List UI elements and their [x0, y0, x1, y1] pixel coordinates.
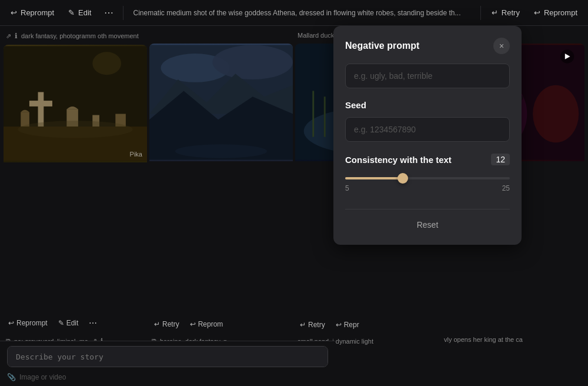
retry-icon-2: ↵	[154, 320, 160, 328]
graveyard-svg	[4, 45, 147, 162]
reprompt-button-top[interactable]: ↩ Reprompt	[5, 5, 60, 21]
modal-close-button[interactable]: ×	[493, 38, 510, 54]
dots-menu-top[interactable]: ⋯	[99, 4, 118, 22]
seed-header: Seed	[345, 100, 510, 110]
card1-meta: ⇗ ℹ dark fantasy, photogramm oth movemen…	[2, 28, 148, 44]
seed-section: Seed	[345, 100, 510, 142]
svg-point-12	[212, 45, 293, 79]
reprompt-icon-top: ↩	[11, 8, 17, 17]
modal-header: Negative prompt ×	[345, 38, 510, 54]
reprompt-button-3[interactable]: ↩ Repr	[331, 318, 364, 332]
negative-prompt-input[interactable]	[345, 64, 510, 88]
retry-button-top[interactable]: ↵ Retry	[486, 5, 526, 21]
negative-prompt-section	[345, 64, 510, 88]
seed-label: Seed	[345, 100, 366, 110]
svg-rect-18	[312, 91, 314, 137]
edit-icon-top: ✎	[68, 8, 75, 17]
svg-point-15	[175, 144, 267, 158]
reprompt2-icon-top: ↩	[534, 8, 540, 17]
attach-label: Image or video	[19, 373, 66, 381]
svg-rect-19	[324, 96, 326, 137]
prompt-preview-text: Cinematic medium shot of the wise goddes…	[128, 9, 475, 17]
consistency-value: 12	[491, 154, 510, 165]
consistency-section: Consistency with the text 12 5 25	[345, 154, 510, 197]
slider-fill	[345, 177, 403, 179]
reprompt-label-3: Repr	[344, 321, 359, 329]
card1-thumbnail: Pika	[4, 45, 147, 311]
attach-row: 📎 Image or video	[7, 373, 328, 381]
retry-button-2[interactable]: ↵ Retry	[149, 317, 184, 331]
dots-button-1[interactable]: ⋯	[84, 315, 102, 331]
reprompt-icon-2: ↩	[190, 320, 196, 328]
top-action-bar: ↩ Reprompt ✎ Edit ⋯ Cinematic medium sho…	[0, 0, 588, 26]
reprompt-button-2[interactable]: ↩ Reprom	[185, 317, 228, 331]
reset-label: Reset	[417, 220, 439, 229]
svg-point-9	[18, 121, 132, 138]
edit-label-top: Edit	[78, 8, 91, 17]
card1-actions: ↩ Reprompt ✎ Edit ⋯	[2, 312, 148, 334]
consistency-header: Consistency with the text 12	[345, 154, 510, 165]
seed-input[interactable]	[345, 117, 510, 142]
retry-label-3: Retry	[308, 321, 325, 329]
divider	[123, 6, 123, 20]
pika-watermark-1: Pika	[130, 151, 142, 158]
reprompt2-button-top[interactable]: ↩ Reprompt	[528, 5, 583, 21]
slider-max-label: 25	[502, 184, 510, 192]
graveyard-image: Pika	[4, 45, 147, 162]
edit-label-1: Edit	[66, 319, 79, 327]
card4-action-text: vly opens her king at the ca	[441, 333, 526, 346]
mountains-image	[149, 44, 293, 161]
retry-label-top: Retry	[502, 8, 520, 17]
retry-label-2: Retry	[162, 320, 179, 328]
reprompt-label-1: Reprompt	[16, 319, 48, 327]
card4-actions: vly opens her king at the ca	[440, 331, 586, 348]
edit-button-top[interactable]: ✎ Edit	[62, 5, 97, 21]
info-icon-1: ℹ	[15, 32, 18, 40]
reprompt-label-2: Reprom	[198, 320, 223, 328]
svg-rect-6	[21, 112, 29, 127]
retry-icon-3: ↵	[300, 321, 306, 329]
card3-actions: ↵ Retry ↩ Repr	[294, 315, 440, 334]
svg-point-30	[533, 85, 579, 143]
reprompt2-label-top: Reprompt	[544, 8, 577, 17]
modal-footer: Reset	[345, 209, 510, 233]
reprompt-icon-1: ↩	[8, 319, 14, 327]
mountains-svg	[149, 44, 293, 161]
svg-point-1	[92, 52, 121, 75]
slider-track	[345, 177, 510, 179]
retry-icon-top: ↵	[492, 8, 498, 17]
consistency-slider[interactable]: 5 25	[345, 172, 510, 197]
reprompt-icon-3: ↩	[336, 321, 342, 329]
attach-icon: 📎	[7, 373, 16, 381]
negative-prompt-modal: Negative prompt × Seed Consistency with …	[333, 26, 522, 245]
card1-meta-text: dark fantasy, photogramm oth movement	[21, 32, 139, 39]
edit-button-1[interactable]: ✎ Edit	[54, 316, 83, 330]
card2-thumbnail	[149, 44, 293, 314]
retry-button-3[interactable]: ↵ Retry	[295, 318, 330, 332]
slider-thumb[interactable]	[397, 173, 408, 184]
card-col-1: ⇗ ℹ dark fantasy, photogramm oth movemen…	[2, 28, 148, 348]
close-icon: ×	[499, 41, 504, 51]
slider-labels: 5 25	[345, 184, 510, 192]
divider2	[480, 6, 481, 20]
reprompt-label-top: Reprompt	[21, 8, 54, 17]
svg-rect-3	[38, 92, 44, 127]
card-col-2: spacer ↵	[148, 28, 294, 348]
bottom-input-bar: 📎 Image or video	[0, 341, 335, 386]
edit-icon-1: ✎	[58, 319, 64, 327]
reset-button[interactable]: Reset	[405, 217, 450, 233]
svg-rect-4	[29, 101, 52, 107]
card2-actions: ↵ Retry ↩ Reprom	[148, 315, 294, 334]
share-icon-1: ⇗	[6, 32, 11, 40]
story-input[interactable]	[7, 346, 328, 367]
modal-title: Negative prompt	[345, 41, 419, 51]
slider-min-label: 5	[345, 184, 349, 192]
reprompt-button-1[interactable]: ↩ Reprompt	[4, 316, 52, 330]
consistency-label: Consistency with the text	[345, 155, 452, 165]
